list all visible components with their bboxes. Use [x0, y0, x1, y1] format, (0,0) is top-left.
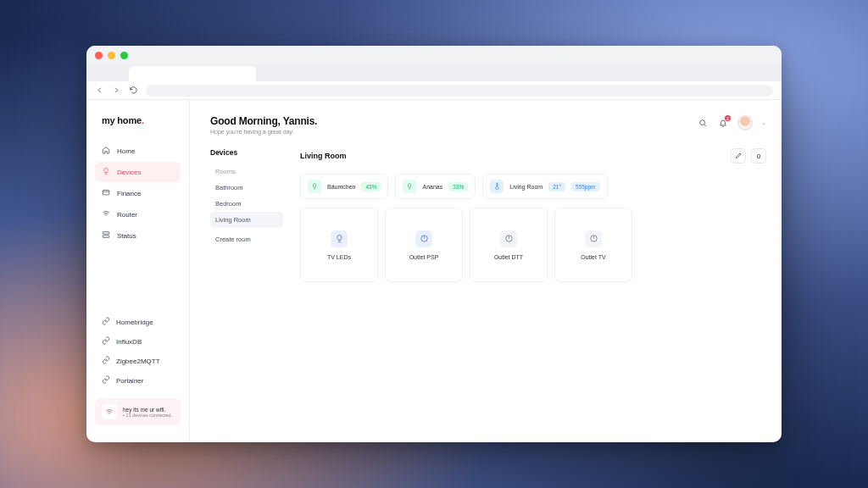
nav-router[interactable]: Router	[95, 204, 181, 225]
room-header: Living Room 0	[300, 148, 766, 164]
room-title: Living Room	[300, 152, 347, 160]
link-icon	[102, 317, 110, 327]
url-input[interactable]	[146, 85, 773, 97]
sidebar: my home. Home Devices Finance Router	[86, 100, 190, 442]
sensor-value: 21°	[548, 182, 565, 191]
sensor-name: Living Room	[509, 184, 542, 190]
room-detail: Living Room 0 Bäumchen 43%	[300, 148, 766, 432]
browser-toolbar	[86, 81, 782, 100]
room-bedroom[interactable]: Bedroom	[210, 196, 283, 212]
room-living-room[interactable]: Living Room	[210, 212, 283, 228]
chevron-down-icon[interactable]: ⌄	[761, 119, 766, 126]
room-actions: 0	[731, 148, 766, 164]
room-bathroom[interactable]: Bathroom	[210, 180, 283, 196]
power-icon	[585, 230, 602, 247]
link-label: Homebridge	[116, 319, 153, 326]
nav-forward-icon[interactable]	[112, 83, 121, 98]
nav-label: Home	[117, 147, 135, 155]
greeting-subtitle: Hope you're having a great day.	[210, 129, 317, 135]
device-grid: TV LEDs Outlet PSP Outlet DTT Outle	[300, 208, 766, 282]
greeting-title: Good Morning, Yannis.	[210, 115, 317, 127]
search-button[interactable]	[697, 117, 709, 129]
topbar: Good Morning, Yannis. Hope you're having…	[210, 115, 766, 135]
nav-label: Status	[117, 232, 136, 240]
content-body: Devices Rooms Bathroom Bedroom Living Ro…	[210, 148, 766, 432]
link-influxdb[interactable]: InfluxDB	[95, 332, 181, 351]
primary-nav: Home Devices Finance Router Status	[86, 141, 189, 246]
nav-label: Devices	[117, 169, 141, 176]
room-count-badge[interactable]: 0	[751, 148, 766, 164]
link-homebridge[interactable]: Homebridge	[95, 313, 181, 331]
plant-icon	[403, 180, 416, 193]
avatar[interactable]	[737, 115, 753, 130]
external-links: Homebridge InfluxDB Zigbee2MQTT Portaine…	[86, 313, 189, 390]
app-window: my home. Home Devices Finance Router	[86, 46, 782, 442]
plant-icon	[308, 180, 321, 193]
device-name: Outlet PSP	[409, 254, 439, 260]
sensor-card[interactable]: Ananas 33%	[395, 174, 476, 199]
notifications-button[interactable]: 2	[717, 117, 729, 129]
svg-rect-1	[103, 232, 109, 235]
app-body: my home. Home Devices Finance Router	[86, 100, 782, 442]
link-icon	[102, 375, 110, 385]
rooms-column: Devices Rooms Bathroom Bedroom Living Ro…	[210, 148, 283, 432]
main-area: Good Morning, Yannis. Hope you're having…	[190, 100, 782, 442]
device-name: Outlet DTT	[494, 254, 523, 260]
link-icon	[102, 336, 110, 347]
bulb-icon	[102, 167, 110, 177]
nav-finance[interactable]: Finance	[95, 183, 181, 203]
sensor-card[interactable]: Bäumchen 43%	[300, 174, 388, 199]
power-icon	[415, 230, 432, 247]
power-icon	[500, 230, 517, 247]
nav-devices[interactable]: Devices	[95, 162, 181, 182]
device-name: TV LEDs	[327, 254, 351, 260]
brand-logo: my home.	[86, 115, 189, 141]
link-icon	[102, 356, 110, 366]
notifications-badge: 2	[725, 115, 731, 121]
device-card[interactable]: Outlet TV	[554, 208, 632, 282]
sensor-value-2: 555ppm	[571, 182, 600, 191]
sensor-name: Bäumchen	[327, 184, 355, 190]
wifi-status-card[interactable]: hey its me ur wifi. • 11 devices connect…	[95, 398, 181, 425]
rooms-heading: Devices	[210, 148, 283, 157]
link-zigbee2mqtt[interactable]: Zigbee2MQTT	[95, 352, 181, 370]
nav-back-icon[interactable]	[95, 83, 104, 98]
svg-rect-2	[103, 236, 109, 238]
nav-reload-icon[interactable]	[129, 83, 138, 98]
nav-home[interactable]: Home	[95, 141, 181, 161]
sensor-card[interactable]: Living Room 21° 555ppm	[482, 174, 607, 199]
device-name: Outlet TV	[581, 254, 605, 260]
thermometer-icon	[490, 180, 504, 193]
wifi-icon	[102, 404, 117, 419]
nav-label: Finance	[117, 190, 141, 197]
maximize-window-icon[interactable]	[120, 52, 128, 59]
link-portainer[interactable]: Portainer	[95, 371, 181, 390]
wallet-icon	[102, 188, 110, 198]
wifi-icon	[102, 209, 110, 219]
link-label: Zigbee2MQTT	[116, 358, 160, 365]
server-icon	[102, 230, 110, 241]
topbar-actions: 2 ⌄	[697, 115, 766, 130]
sensor-name: Ananas	[422, 184, 442, 190]
rooms-list: Rooms Bathroom Bedroom Living Room	[210, 164, 283, 228]
device-card[interactable]: Outlet PSP	[385, 208, 463, 282]
svg-point-3	[700, 120, 705, 125]
browser-tab[interactable]	[129, 66, 256, 81]
search-icon	[698, 115, 707, 130]
window-titlebar	[86, 46, 782, 64]
device-card[interactable]: Outlet DTT	[470, 208, 548, 282]
brand-dot: .	[142, 115, 144, 125]
nav-status[interactable]: Status	[95, 225, 181, 246]
bulb-icon	[331, 230, 348, 247]
device-card[interactable]: TV LEDs	[300, 208, 378, 282]
link-label: Portainer	[116, 377, 143, 385]
wifi-title: hey its me ur wifi.	[123, 407, 172, 413]
close-window-icon[interactable]	[95, 52, 103, 59]
create-room-button[interactable]: Create room	[210, 231, 283, 247]
sensor-row: Bäumchen 43% Ananas 33% Living Room 21°	[300, 174, 766, 199]
svg-rect-0	[103, 191, 109, 195]
edit-room-button[interactable]	[731, 148, 746, 164]
minimize-window-icon[interactable]	[108, 52, 115, 59]
pencil-icon	[735, 152, 743, 161]
link-label: InfluxDB	[116, 338, 142, 346]
